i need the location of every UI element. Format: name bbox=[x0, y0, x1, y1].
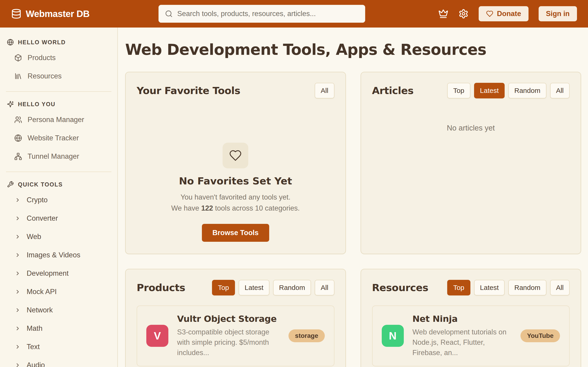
filter-button-random[interactable]: Random bbox=[508, 280, 546, 295]
chevron-right-icon bbox=[15, 362, 21, 367]
section-title: QUICK TOOLS bbox=[18, 181, 63, 188]
tool-category-label: Images & Videos bbox=[27, 251, 80, 259]
chevron-right-icon bbox=[15, 289, 21, 295]
settings-button[interactable] bbox=[458, 9, 468, 19]
item-tag-badge: YouTube bbox=[520, 329, 560, 342]
sidebar-item-resources[interactable]: Resources bbox=[0, 67, 117, 85]
sidebar-item-mock-api[interactable]: Mock API bbox=[0, 283, 117, 301]
tool-category-label: Development bbox=[27, 269, 69, 277]
network-icon bbox=[14, 152, 22, 160]
resources-card: Resources TopLatestRandomAll N Net Ninja… bbox=[361, 269, 581, 367]
resource-item[interactable]: N Net Ninja Web development tutorials on… bbox=[372, 306, 570, 366]
sidebar-section-hello-you: HELLO YOU bbox=[0, 98, 117, 110]
favorites-count-prefix: We have bbox=[171, 204, 201, 212]
chevron-right-icon bbox=[15, 234, 21, 240]
resources-title: Resources bbox=[372, 282, 428, 293]
chevron-right-icon bbox=[15, 325, 21, 332]
sidebar-item-converter[interactable]: Converter bbox=[0, 209, 117, 227]
app-logo[interactable]: Webmaster DB bbox=[11, 8, 90, 19]
sidebar-section-quick-tools: QUICK TOOLS bbox=[0, 178, 117, 191]
products-card: Products TopLatestRandomAll V Vultr Obje… bbox=[125, 269, 346, 367]
tool-category-label: Mock API bbox=[27, 288, 57, 296]
package-icon bbox=[14, 54, 22, 62]
global-search[interactable] bbox=[158, 5, 365, 23]
filter-button-latest[interactable]: Latest bbox=[239, 280, 269, 295]
chevron-right-icon bbox=[15, 307, 21, 313]
chevron-right-icon bbox=[15, 215, 21, 221]
sidebar-item-website-tracker[interactable]: Website Tracker bbox=[0, 129, 117, 147]
sidebar-item-text[interactable]: Text bbox=[0, 338, 117, 356]
products-list: V Vultr Object Storage S3-compatible obj… bbox=[137, 306, 334, 367]
filter-button-random[interactable]: Random bbox=[508, 83, 546, 98]
tool-category-label: Crypto bbox=[27, 196, 48, 204]
filter-button-all[interactable]: All bbox=[315, 280, 334, 295]
globe-icon bbox=[7, 39, 14, 46]
articles-empty-text: No articles yet bbox=[372, 124, 570, 132]
filter-button-top[interactable]: Top bbox=[447, 83, 470, 98]
product-item[interactable]: V Vultr Object Storage S3-compatible obj… bbox=[137, 306, 334, 366]
favorites-empty-line1: You haven't favorited any tools yet. bbox=[181, 193, 291, 201]
library-icon bbox=[14, 72, 22, 80]
filter-button-random[interactable]: Random bbox=[273, 280, 311, 295]
tool-category-label: Text bbox=[27, 343, 40, 351]
donate-button[interactable]: Donate bbox=[479, 6, 528, 21]
item-logo-letter: V bbox=[154, 330, 161, 342]
item-logo: N bbox=[382, 325, 404, 347]
main-content: Web Development Tools, Apps & Resources … bbox=[118, 27, 588, 367]
resources-filters: TopLatestRandomAll bbox=[447, 280, 570, 295]
filter-button-all[interactable]: All bbox=[550, 83, 570, 98]
search-input[interactable] bbox=[177, 10, 359, 18]
sidebar-divider bbox=[6, 172, 111, 172]
globe-icon bbox=[14, 134, 22, 142]
products-filters: TopLatestRandomAll bbox=[212, 280, 334, 295]
premium-button[interactable] bbox=[438, 9, 448, 19]
wrench-icon bbox=[7, 181, 14, 188]
favorites-empty-title: No Favorites Set Yet bbox=[179, 175, 292, 187]
sidebar-item-products[interactable]: Products bbox=[0, 49, 117, 67]
sparkles-icon bbox=[7, 101, 14, 108]
filter-button-all[interactable]: All bbox=[550, 280, 570, 295]
quick-tools-list: Crypto Converter Web Images & Videos Dev… bbox=[0, 191, 117, 367]
sidebar-item-label: Resources bbox=[27, 72, 61, 80]
sidebar-item-math[interactable]: Math bbox=[0, 319, 117, 338]
products-title: Products bbox=[137, 282, 185, 293]
resources-list: N Net Ninja Web development tutorials on… bbox=[372, 306, 570, 367]
favorites-all-button[interactable]: All bbox=[315, 83, 334, 98]
item-logo: V bbox=[146, 325, 168, 347]
filter-button-latest[interactable]: Latest bbox=[474, 83, 505, 98]
item-description: Web development tutorials on Node.js, Re… bbox=[413, 327, 512, 358]
favorites-count-suffix: tools across 10 categories. bbox=[213, 204, 300, 212]
item-description: S3-compatible object storage with simple… bbox=[177, 327, 280, 358]
sidebar-item-tunnel-manager[interactable]: Tunnel Manager bbox=[0, 147, 117, 166]
filter-button-top[interactable]: Top bbox=[447, 280, 470, 295]
sidebar-item-label: Tunnel Manager bbox=[27, 152, 79, 161]
sidebar-item-persona-manager[interactable]: Persona Manager bbox=[0, 110, 117, 129]
section-title: HELLO WORLD bbox=[18, 39, 66, 46]
sidebar-item-images-videos[interactable]: Images & Videos bbox=[0, 246, 117, 264]
sign-in-label: Sign in bbox=[546, 10, 570, 18]
favorites-empty-tile bbox=[223, 143, 248, 168]
item-title: Vultr Object Storage bbox=[177, 314, 280, 324]
chevron-right-icon bbox=[15, 197, 21, 203]
filter-button-latest[interactable]: Latest bbox=[474, 280, 505, 295]
item-title: Net Ninja bbox=[413, 314, 512, 324]
filter-button-top[interactable]: Top bbox=[212, 280, 235, 295]
sidebar-item-development[interactable]: Development bbox=[0, 264, 117, 283]
heart-icon bbox=[486, 10, 493, 17]
sidebar-item-web[interactable]: Web bbox=[0, 227, 117, 246]
tool-category-label: Audio bbox=[27, 361, 45, 367]
tool-category-label: Converter bbox=[27, 214, 58, 223]
tool-category-label: Web bbox=[27, 233, 41, 241]
sidebar-item-crypto[interactable]: Crypto bbox=[0, 191, 117, 209]
sign-in-button[interactable]: Sign in bbox=[539, 6, 577, 21]
gear-icon bbox=[458, 9, 468, 19]
sidebar-item-audio[interactable]: Audio bbox=[0, 356, 117, 367]
sidebar-item-network[interactable]: Network bbox=[0, 301, 117, 319]
browse-tools-button[interactable]: Browse Tools bbox=[202, 224, 269, 242]
chevron-right-icon bbox=[15, 344, 21, 350]
heart-icon bbox=[229, 149, 242, 162]
top-bar: Webmaster DB Donate Sign in bbox=[0, 0, 588, 27]
articles-card: Articles TopLatestRandomAll No articles … bbox=[361, 72, 581, 254]
chevron-right-icon bbox=[15, 270, 21, 276]
item-tag-badge: storage bbox=[288, 329, 325, 342]
